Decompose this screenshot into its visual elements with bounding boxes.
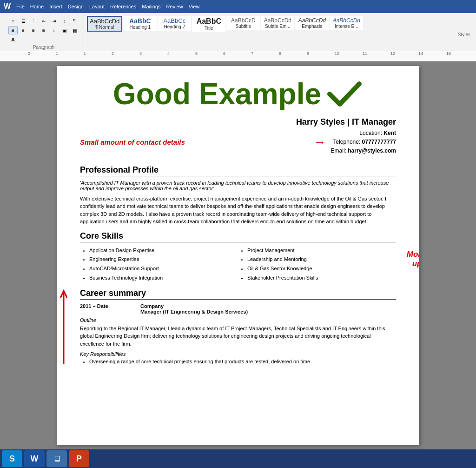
style-normal[interactable]: AaBbCcDd ¶ Normal (87, 16, 122, 32)
justify-button[interactable]: ≡ (39, 26, 48, 34)
file-menu[interactable]: File (16, 4, 25, 9)
font-color-button[interactable]: A (8, 35, 18, 44)
email-label: Email: (331, 147, 346, 154)
document-page: Good Example Harry Styles | IT Manager S… (57, 66, 419, 445)
career-entry: 2011 – Date Company Manager (IT Engineer… (80, 303, 396, 314)
ruler-marks: 2 1 1 2 3 4 5 6 7 8 9 10 11 12 14 16 (28, 51, 448, 61)
style-subtitle[interactable]: AaBbCcD Subtitle (226, 16, 260, 30)
style-emphasis-label: Emphasis (298, 24, 326, 29)
style-emphasis[interactable]: AaBbCcDd Emphasis (295, 16, 329, 30)
career-date: 2011 – Date (80, 303, 136, 314)
skill-item: Oil & Gas Sector Knowledge (247, 264, 396, 274)
skill-item: Leadership and Mentoring (247, 255, 396, 264)
review-menu[interactable]: Review (166, 4, 183, 9)
style-title-preview: AaBbC (194, 17, 223, 26)
career-key-resp-label: Key Responsibilities (80, 351, 396, 357)
core-skills-heading: Core Skills (80, 231, 396, 242)
paragraph-section: ≡ ☰ ⋮ ⇤ ⇥ ↕ ¶ ≡ ≡ ≡ ≡ ↕ ▣ (4, 15, 84, 48)
skills-list: Application Design Expertise Engineering… (80, 246, 396, 283)
view-menu[interactable]: View (189, 4, 200, 9)
word-icon: W (4, 2, 11, 11)
profile-body: With extensive technical cross-platform … (80, 195, 396, 226)
core-skills-section: Core Skills Application Design Expertise… (80, 231, 396, 283)
layout-menu[interactable]: Layout (89, 4, 105, 9)
email-value: harry@styles.com (348, 147, 396, 154)
style-title[interactable]: AaBbC Title (192, 16, 225, 32)
line-spacing-button[interactable]: ↕ (49, 26, 59, 34)
style-emphasis-preview: AaBbCcDd (298, 17, 326, 24)
career-key-resp-list: Overseeing a range of core technical pro… (80, 359, 396, 364)
contact-details: Location: Kent Telephone: 07777777777 Em… (331, 129, 396, 156)
insert-menu[interactable]: Insert (49, 4, 62, 9)
design-menu[interactable]: Design (68, 4, 84, 9)
skill-item: Project Management (247, 246, 396, 255)
style-normal-label: ¶ Normal (90, 25, 119, 30)
career-date-text: 2011 – Date (80, 303, 108, 309)
style-intense-e-label: Intense E... (332, 24, 361, 29)
location-value: Kent (383, 130, 396, 136)
skype-button[interactable]: S (2, 450, 22, 467)
style-heading1[interactable]: AaBbC Heading 1 (123, 16, 157, 31)
align-left-button[interactable]: ≡ (8, 26, 18, 34)
ribbon: W File Home Insert Design Layout Referen… (0, 0, 476, 51)
skype-icon: S (9, 454, 15, 464)
career-key-resp-item: Overseeing a range of core technical pro… (89, 359, 396, 364)
shading-button[interactable]: ▣ (60, 26, 69, 34)
increase-indent-button[interactable]: ⇥ (49, 17, 59, 25)
computer-icon: 🖥 (53, 454, 61, 464)
style-heading2-preview: AaBbCc (160, 17, 189, 24)
taskbar: S W 🖥 P (0, 449, 476, 468)
style-title-label: Title (194, 26, 223, 31)
references-menu[interactable]: References (110, 4, 136, 9)
mailings-menu[interactable]: Mailings (142, 4, 160, 9)
contact-annotation: Small amount of contact details (80, 138, 309, 146)
bullets-button[interactable]: ≡ (8, 17, 18, 25)
align-right-button[interactable]: ≡ (29, 26, 38, 34)
style-subtitle-preview: AaBbCcD (229, 17, 258, 24)
style-heading2-label: Heading 2 (160, 24, 189, 29)
contact-section: Small amount of contact details → Locati… (80, 129, 396, 156)
style-subtle-em-label: Subtle Em... (263, 24, 292, 29)
career-summary-heading: Career summary (80, 288, 396, 300)
career-outline-text: Reporting to the Regional IT Manager, I … (80, 325, 396, 348)
location-line: Location: Kent (331, 129, 396, 138)
computer-button[interactable]: 🖥 (46, 450, 67, 467)
ribbon-content: ≡ ☰ ⋮ ⇤ ⇥ ↕ ¶ ≡ ≡ ≡ ≡ ↕ ▣ (0, 13, 476, 51)
telephone-value: 07777777777 (362, 139, 396, 145)
style-intense-e[interactable]: AaBbCcDd Intense E... (330, 16, 363, 30)
decrease-indent-button[interactable]: ⇤ (39, 17, 48, 25)
borders-button[interactable]: ▦ (70, 26, 79, 34)
multilevel-button[interactable]: ⋮ (29, 17, 38, 25)
career-details: Company Manager (IT Engineering & Design… (140, 303, 396, 314)
skill-item: Engineering Expertise (89, 255, 238, 264)
word-icon-taskbar: W (31, 454, 39, 464)
good-example-title: Good Example (113, 78, 321, 110)
powerpoint-button[interactable]: P (69, 450, 89, 467)
skill-item: Business Technology Integration (89, 274, 238, 283)
ribbon-top-bar: W File Home Insert Design Layout Referen… (0, 0, 476, 13)
style-normal-preview: AaBbCcDd (90, 18, 119, 25)
style-subtitle-label: Subtitle (229, 24, 258, 29)
word-button[interactable]: W (24, 450, 45, 467)
down-arrow-icon (401, 272, 419, 302)
style-subtle-em[interactable]: AaBbCcDd Subtle Em... (261, 16, 294, 30)
sort-button[interactable]: ↕ (60, 17, 69, 25)
left-arrow-container (59, 288, 68, 365)
career-outline-label: Outline (80, 317, 396, 323)
more-content-annotation: More content visible upon opening CV (401, 250, 419, 302)
professional-profile-heading: Professional Profile (80, 165, 396, 176)
career-role: Manager (IT Engineering & Design Service… (140, 309, 396, 314)
good-example-header: Good Example (80, 75, 396, 113)
style-heading2[interactable]: AaBbCc Heading 2 (158, 16, 191, 31)
style-subtle-em-preview: AaBbCcDd (263, 17, 292, 24)
document-area: Good Example Harry Styles | IT Manager S… (0, 61, 476, 449)
align-center-button[interactable]: ≡ (19, 26, 28, 34)
numbering-button[interactable]: ☰ (19, 17, 28, 25)
skill-item: AutoCAD/Microstation Support (89, 264, 238, 274)
styles-label: Styles (87, 32, 470, 37)
home-menu[interactable]: Home (30, 4, 44, 9)
profile-quote: 'Accomplished IT Manager with a proven t… (80, 180, 396, 191)
arrow-right-icon: → (313, 135, 326, 150)
location-label: Location: (359, 130, 382, 136)
show-format-button[interactable]: ¶ (70, 17, 79, 25)
